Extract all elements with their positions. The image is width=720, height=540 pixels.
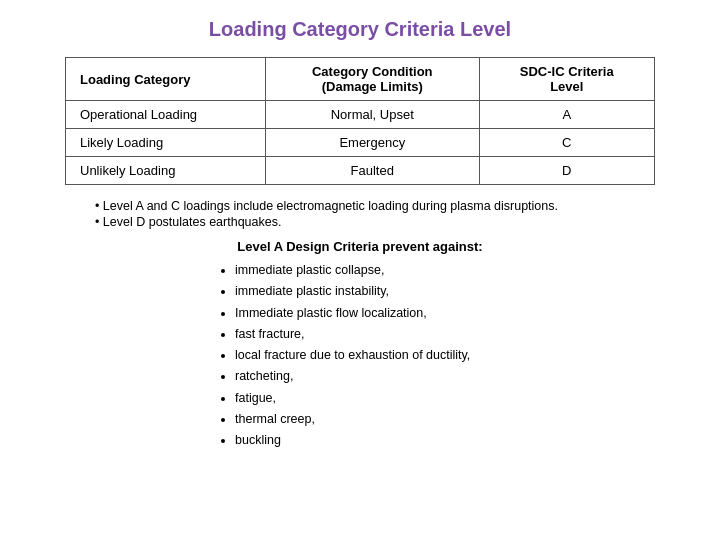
- table-cell-r2-c0: Unlikely Loading: [66, 157, 266, 185]
- list-item: buckling: [235, 430, 680, 451]
- table-row: Operational LoadingNormal, UpsetA: [66, 101, 655, 129]
- bullet-2: • Level D postulates earthquakes.: [95, 215, 680, 229]
- level-a-list: immediate plastic collapse,immediate pla…: [235, 260, 680, 451]
- list-item: fatigue,: [235, 388, 680, 409]
- table-cell-r2-c1: Faulted: [266, 157, 480, 185]
- col-header-condition: Category Condition(Damage Limits): [266, 58, 480, 101]
- table-cell-r1-c1: Emergency: [266, 129, 480, 157]
- list-item: Immediate plastic flow localization,: [235, 303, 680, 324]
- col-header-loading-category: Loading Category: [66, 58, 266, 101]
- list-item: local fracture due to exhaustion of duct…: [235, 345, 680, 366]
- bullets-section: • Level A and C loadings include electro…: [95, 199, 680, 229]
- table-cell-r0-c1: Normal, Upset: [266, 101, 480, 129]
- criteria-table: Loading Category Category Condition(Dama…: [65, 57, 655, 185]
- list-item: immediate plastic collapse,: [235, 260, 680, 281]
- list-item: fast fracture,: [235, 324, 680, 345]
- list-item: immediate plastic instability,: [235, 281, 680, 302]
- table-cell-r0-c0: Operational Loading: [66, 101, 266, 129]
- bullet-1: • Level A and C loadings include electro…: [95, 199, 680, 213]
- table-cell-r1-c2: C: [479, 129, 654, 157]
- page-title: Loading Category Criteria Level: [40, 18, 680, 41]
- list-item: thermal creep,: [235, 409, 680, 430]
- table-cell-r2-c2: D: [479, 157, 654, 185]
- table-cell-r1-c0: Likely Loading: [66, 129, 266, 157]
- level-a-title: Level A Design Criteria prevent against:: [40, 239, 680, 254]
- table-row: Likely LoadingEmergencyC: [66, 129, 655, 157]
- table-row: Unlikely LoadingFaultedD: [66, 157, 655, 185]
- table-cell-r0-c2: A: [479, 101, 654, 129]
- list-item: ratcheting,: [235, 366, 680, 387]
- col-header-sdc: SDC-IC CriteriaLevel: [479, 58, 654, 101]
